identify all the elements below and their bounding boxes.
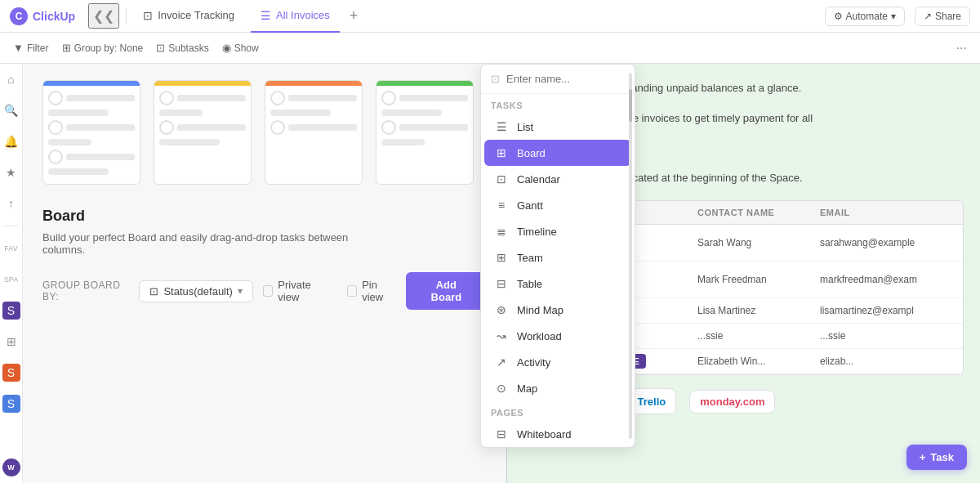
show-button[interactable]: ◉ Show bbox=[222, 42, 259, 54]
monday-icon: monday.com bbox=[700, 396, 764, 408]
board-card bbox=[159, 91, 246, 105]
more-options-button[interactable]: ··· bbox=[956, 41, 967, 56]
timeline-icon: ≣ bbox=[494, 225, 509, 238]
dropdown-item-team[interactable]: ⊞ Team bbox=[484, 244, 631, 271]
dropdown-item-workload[interactable]: ↝ Workload bbox=[484, 323, 631, 349]
user-avatar[interactable]: W bbox=[2, 458, 20, 476]
col-email-header: EMAIL bbox=[810, 201, 963, 224]
search-icon: ⊡ bbox=[491, 73, 500, 85]
filter-icon: ▼ bbox=[13, 42, 24, 54]
board-card bbox=[48, 110, 109, 116]
project-tab[interactable]: ⊡ Invoice Tracking bbox=[133, 0, 244, 33]
app-logo[interactable]: C ClickUp bbox=[10, 7, 75, 25]
dropdown-scrollbar[interactable] bbox=[629, 73, 632, 439]
dropdown-item-timeline[interactable]: ≣ Timeline bbox=[484, 218, 631, 244]
filter-button[interactable]: ▼ Filter bbox=[13, 42, 49, 54]
subtasks-icon: ⊡ bbox=[156, 42, 165, 54]
board-card bbox=[270, 120, 357, 135]
email-cell: lisamartinez@exampl bbox=[810, 298, 963, 323]
board-card bbox=[381, 91, 468, 105]
board-card bbox=[48, 91, 135, 105]
board-card bbox=[48, 150, 135, 164]
whiteboard-icon: ⊟ bbox=[494, 427, 509, 441]
add-board-button[interactable]: Add Board bbox=[406, 272, 487, 310]
dropdown-item-list[interactable]: ☰ List bbox=[484, 114, 631, 140]
board-title: Board bbox=[42, 208, 487, 225]
dropdown-item-board[interactable]: ⊞ Board bbox=[484, 140, 631, 166]
toolbar: ▼ Filter ⊞ Group by: None ⊡ Subtasks ◉ S… bbox=[0, 33, 980, 64]
contact-cell: Lisa Martinez bbox=[688, 298, 810, 323]
dropdown-item-map[interactable]: ⊙ Map bbox=[484, 375, 631, 401]
space-item-1[interactable]: S bbox=[2, 302, 20, 320]
contact-cell: Elizabeth Win... bbox=[688, 349, 810, 373]
email-cell: ...ssie bbox=[810, 324, 963, 348]
all-invoices-tab[interactable]: ☰ All Invoices bbox=[251, 0, 340, 33]
email-cell: markfreedman@exam bbox=[810, 267, 963, 292]
subtasks-button[interactable]: ⊡ Subtasks bbox=[156, 42, 208, 54]
board-card bbox=[381, 120, 468, 135]
top-bar-right: ⚙ Automate ▾ ↗ Share bbox=[825, 7, 970, 26]
board-col-blue bbox=[42, 80, 140, 185]
project-icon: ⊡ bbox=[143, 9, 153, 22]
board-card bbox=[270, 91, 357, 105]
pin-view-checkbox[interactable]: Pin view bbox=[347, 279, 396, 303]
mindmap-icon: ⊛ bbox=[494, 303, 509, 316]
group-select-icon: ⊡ bbox=[149, 285, 158, 297]
search-sidebar-icon[interactable]: 🔍 bbox=[2, 101, 20, 119]
dropdown-item-calendar[interactable]: ⊡ Calendar bbox=[484, 166, 631, 192]
dropdown-item-activity[interactable]: ↗ Activity bbox=[484, 349, 631, 375]
upload-icon[interactable]: ↑ bbox=[2, 195, 20, 212]
sidebar-divider bbox=[5, 226, 18, 226]
board-card bbox=[48, 168, 109, 175]
contact-cell: Mark Freedman bbox=[688, 267, 810, 292]
email-cell: sarahwang@example bbox=[810, 230, 963, 255]
logo-icon: C bbox=[10, 7, 28, 25]
board-card bbox=[159, 120, 246, 135]
monday-logo: monday.com bbox=[689, 390, 775, 414]
board-card bbox=[381, 139, 425, 145]
board-description: Build your perfect Board and easily drag… bbox=[42, 231, 353, 256]
dropdown-item-whiteboard[interactable]: ⊟ Whiteboard bbox=[484, 421, 631, 447]
main-area: ⌂ 🔍 🔔 ★ ↑ FAV SPA S ⊞ S S W bbox=[0, 64, 980, 483]
calendar-icon: ⊡ bbox=[494, 172, 509, 186]
share-button[interactable]: ↗ Share bbox=[915, 7, 970, 26]
home-icon[interactable]: ⌂ bbox=[2, 70, 20, 88]
checkbox-box bbox=[263, 285, 273, 297]
board-col-orange bbox=[265, 80, 363, 185]
add-task-button[interactable]: + Task bbox=[906, 445, 967, 470]
tasks-section-label: TASKS bbox=[481, 94, 635, 114]
automate-icon: ⚙ bbox=[834, 11, 843, 22]
private-view-checkbox[interactable]: Private view bbox=[263, 279, 327, 303]
board-icon: ⊞ bbox=[494, 146, 509, 159]
group-by-row: GROUP BOARD BY: ⊡ Status(default) ▾ Priv… bbox=[42, 272, 487, 310]
dropdown-item-table[interactable]: ⊟ Table bbox=[484, 271, 631, 297]
col-contact-header: CONTACT NAME bbox=[688, 201, 810, 224]
space-item-3[interactable]: S bbox=[2, 395, 20, 413]
pages-section-label: PAGES bbox=[481, 401, 635, 421]
board-card bbox=[270, 110, 331, 116]
dots-icon[interactable]: ⊞ bbox=[2, 333, 20, 351]
dropdown-item-gantt[interactable]: ≡ Gantt bbox=[484, 192, 631, 218]
table-icon: ⊟ bbox=[494, 277, 509, 290]
gantt-icon: ≡ bbox=[494, 199, 509, 212]
share-icon: ↗ bbox=[924, 11, 932, 22]
map-icon: ⊙ bbox=[494, 382, 509, 395]
board-card bbox=[48, 139, 91, 145]
group-chevron-icon: ▾ bbox=[238, 285, 243, 297]
dropdown-search[interactable]: ⊡ bbox=[481, 65, 635, 94]
content-area: Board Build your perfect Board and easil… bbox=[23, 64, 980, 483]
team-icon: ⊞ bbox=[494, 251, 509, 264]
dropdown-search-input[interactable] bbox=[506, 73, 625, 85]
dropdown-item-mindmap[interactable]: ⊛ Mind Map bbox=[484, 297, 631, 323]
space-item-2[interactable]: S bbox=[2, 364, 20, 382]
collapse-sidebar-button[interactable]: ❮❮ bbox=[88, 3, 119, 29]
group-by-button[interactable]: ⊞ Group by: None bbox=[62, 42, 144, 54]
automate-chevron-icon: ▾ bbox=[891, 11, 896, 22]
star-icon[interactable]: ★ bbox=[2, 163, 20, 181]
checkbox-box bbox=[347, 285, 357, 297]
add-tab-button[interactable]: + bbox=[346, 7, 362, 25]
board-card bbox=[48, 120, 135, 135]
notification-icon[interactable]: 🔔 bbox=[2, 132, 20, 150]
automate-button[interactable]: ⚙ Automate ▾ bbox=[825, 7, 905, 26]
group-by-select[interactable]: ⊡ Status(default) ▾ bbox=[139, 280, 253, 302]
